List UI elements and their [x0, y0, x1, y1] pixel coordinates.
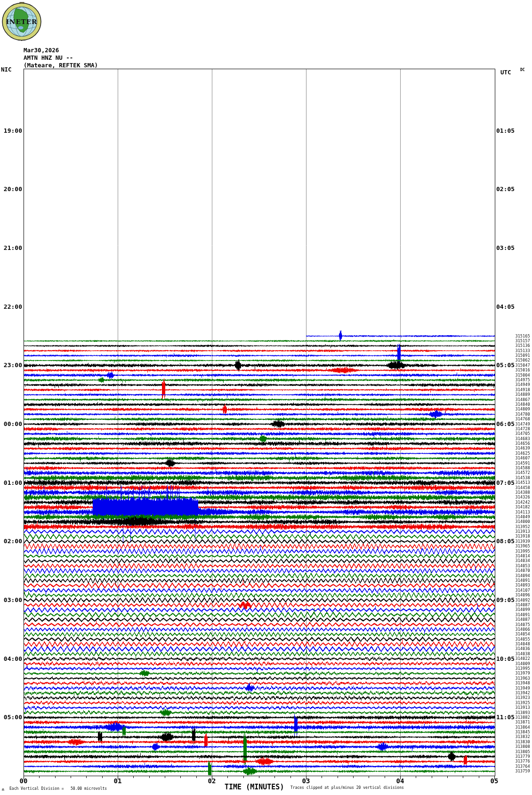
- trace-count-label: 313949: [498, 686, 530, 691]
- trace-count-label: 314054: [498, 632, 530, 636]
- timezone-label-right: UTC: [500, 69, 511, 76]
- trace-count-label: 314022: [498, 657, 530, 661]
- trace-count-label: 313918: [498, 534, 530, 538]
- trace-count-label: 313779: [498, 755, 530, 759]
- hour-label-nic: 05:00: [0, 714, 22, 721]
- logo-lake: [18, 26, 24, 30]
- trace-count-label: 314458: [498, 486, 530, 490]
- hour-label-nic: 01:00: [0, 480, 22, 486]
- trace-count-label: 314036: [498, 647, 530, 651]
- x-tick-label: 03: [297, 777, 315, 785]
- trace-count-label: 313871: [498, 720, 530, 724]
- trace-count-label: 314093: [498, 583, 530, 587]
- trace-count-label: 314053: [498, 564, 530, 568]
- trace-count-label: 314038: [498, 652, 530, 656]
- trace-count-label: 313864: [498, 725, 530, 730]
- trace-count-label: 314066: [498, 627, 530, 632]
- trace-count-label: 314705: [498, 432, 530, 436]
- trace-count-label: 315136: [498, 344, 530, 348]
- trace-count-label: 313965: [498, 544, 530, 548]
- trace-count-label: 314092: [498, 598, 530, 602]
- trace-count-label: 315062: [498, 358, 530, 362]
- ineter-logo: INETER: [1, 1, 42, 41]
- trace-count-label: 314048: [498, 642, 530, 646]
- header-date: Mar30,2026: [24, 47, 59, 54]
- trace-count-label: 314055: [498, 637, 530, 642]
- x-tick-label: 05: [485, 777, 504, 785]
- trace-count-label: 314034: [498, 559, 530, 563]
- header-station: AMTN HNZ NU --: [24, 54, 73, 61]
- trace-count-label: 313893: [498, 711, 530, 715]
- helicorder-page: INETER Mar30,2026 AMTN HNZ NU -- (Matear…: [0, 0, 532, 795]
- hour-label-utc: 04:05: [496, 304, 515, 310]
- trace-count-label: 313776: [498, 759, 530, 763]
- hour-label-utc: 02:05: [496, 186, 515, 193]
- trace-count-label: 314538: [498, 476, 530, 480]
- trace-count-label: 314639: [498, 446, 530, 450]
- hour-label-utc: 03:05: [496, 245, 515, 251]
- trace-count-label: 314087: [498, 603, 530, 607]
- hour-label-nic: 21:00: [0, 245, 22, 251]
- trace-count-label: 314113: [498, 510, 530, 514]
- x-tick-label: 04: [391, 777, 410, 785]
- trace-count-label: 314182: [498, 505, 530, 509]
- dc-offset-label: DC: [520, 68, 525, 72]
- trace-count-label: 314975: [498, 378, 530, 382]
- scale-note: Each Vertical Division = 50.00 microvolt…: [9, 787, 107, 791]
- trace-count-label: 314809: [498, 407, 530, 411]
- hour-label-nic: 00:00: [0, 421, 22, 427]
- footer-glyph: ʍ: [2, 787, 4, 792]
- x-tick-label: 02: [202, 777, 221, 785]
- trace-count-label: 314094: [498, 574, 530, 578]
- trace-count-label: 314000: [498, 520, 530, 524]
- trace-count-label: 314014: [498, 554, 530, 558]
- hour-label-nic: 19:00: [0, 128, 22, 134]
- trace-count-label: 314087: [498, 618, 530, 622]
- trace-count-label: 315091: [498, 353, 530, 358]
- trace-count-label: 313845: [498, 730, 530, 734]
- trace-count-label: 314889: [498, 393, 530, 397]
- trace-count-label: 314091: [498, 578, 530, 583]
- trace-count-label: 314075: [498, 623, 530, 627]
- trace-count-label: 314607: [498, 456, 530, 460]
- trace-count-label: 313979: [498, 671, 530, 675]
- trace-count-label: 313952: [498, 525, 530, 529]
- trace-count-label: 314096: [498, 593, 530, 597]
- trace-count-label: 314749: [498, 422, 530, 426]
- trace-count-label: 314513: [498, 481, 530, 485]
- hour-label-nic: 02:00: [0, 538, 22, 545]
- trace-count-label: 315047: [498, 363, 530, 368]
- trace-count-label: 314070: [498, 569, 530, 573]
- trace-count-label: 314656: [498, 442, 530, 446]
- hour-label-utc: 01:05: [496, 128, 515, 134]
- trace-count-label: 313925: [498, 701, 530, 705]
- trace-count-label: 314099: [498, 608, 530, 612]
- hour-label-nic: 04:00: [0, 656, 22, 662]
- trace-count-label: 315157: [498, 339, 530, 343]
- trace-count-label: 314588: [498, 466, 530, 470]
- trace-count-label: 314242: [498, 500, 530, 505]
- trace-count-label: 315004: [498, 373, 530, 377]
- hour-label-nic: 20:00: [0, 186, 22, 193]
- x-tick-label: 01: [108, 777, 127, 785]
- hour-label-nic: 03:00: [0, 597, 22, 603]
- trace-count-label: 314867: [498, 398, 530, 402]
- header-location: (Mateare, REFTEK SMA): [24, 62, 98, 69]
- trace-count-label: 314625: [498, 451, 530, 456]
- trace-count-label: 313948: [498, 681, 530, 685]
- trace-count-label: 314091: [498, 613, 530, 617]
- trace-count-label: 313995: [498, 549, 530, 554]
- trace-count-label: 314949: [498, 383, 530, 387]
- trace-count-label: 313939: [498, 539, 530, 544]
- trace-count-label: 315165: [498, 334, 530, 338]
- helicorder-traces-canvas: [0, 0, 532, 795]
- trace-count-label: 313995: [498, 667, 530, 671]
- trace-count-label: 313963: [498, 676, 530, 681]
- trace-count-label: 313830: [498, 740, 530, 744]
- trace-count-label: 315016: [498, 368, 530, 372]
- x-tick-label: 00: [14, 777, 33, 785]
- hour-label-nic: 22:00: [0, 304, 22, 310]
- trace-count-label: 314918: [498, 388, 530, 392]
- trace-count-label: 314326: [498, 495, 530, 499]
- trace-count-label: 314572: [498, 471, 530, 475]
